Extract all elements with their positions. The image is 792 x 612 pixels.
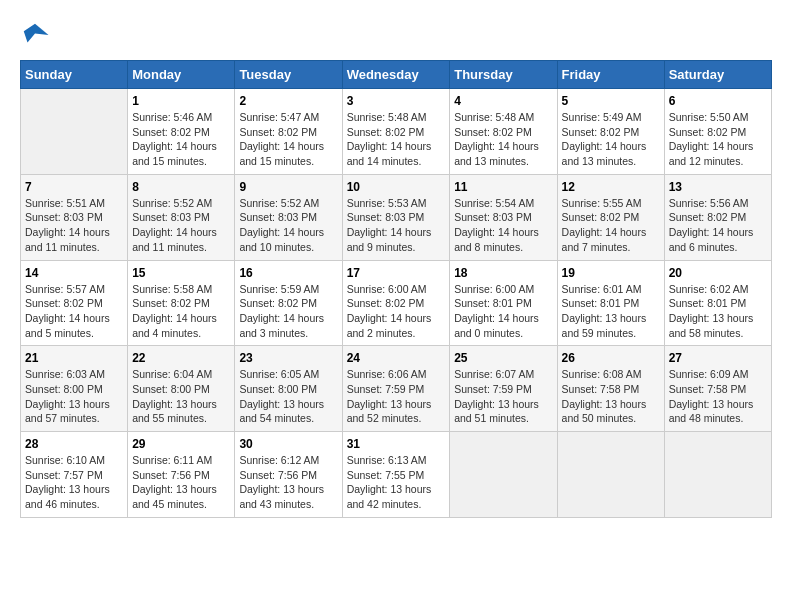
day-info: Sunrise: 5:55 AM Sunset: 8:02 PM Dayligh… [562,196,660,255]
day-number: 3 [347,94,446,108]
day-info: Sunrise: 6:07 AM Sunset: 7:59 PM Dayligh… [454,367,552,426]
week-row-0: 1Sunrise: 5:46 AM Sunset: 8:02 PM Daylig… [21,89,772,175]
week-row-4: 28Sunrise: 6:10 AM Sunset: 7:57 PM Dayli… [21,432,772,518]
day-number: 1 [132,94,230,108]
day-number: 26 [562,351,660,365]
header-cell-tuesday: Tuesday [235,61,342,89]
calendar-body: 1Sunrise: 5:46 AM Sunset: 8:02 PM Daylig… [21,89,772,518]
calendar-cell: 4Sunrise: 5:48 AM Sunset: 8:02 PM Daylig… [450,89,557,175]
calendar-cell: 20Sunrise: 6:02 AM Sunset: 8:01 PM Dayli… [664,260,771,346]
day-info: Sunrise: 6:03 AM Sunset: 8:00 PM Dayligh… [25,367,123,426]
day-number: 11 [454,180,552,194]
day-number: 30 [239,437,337,451]
day-number: 17 [347,266,446,280]
calendar-cell: 8Sunrise: 5:52 AM Sunset: 8:03 PM Daylig… [128,174,235,260]
header-cell-wednesday: Wednesday [342,61,450,89]
calendar-cell: 17Sunrise: 6:00 AM Sunset: 8:02 PM Dayli… [342,260,450,346]
day-info: Sunrise: 6:05 AM Sunset: 8:00 PM Dayligh… [239,367,337,426]
calendar-cell: 13Sunrise: 5:56 AM Sunset: 8:02 PM Dayli… [664,174,771,260]
day-number: 6 [669,94,767,108]
header-cell-sunday: Sunday [21,61,128,89]
day-info: Sunrise: 5:56 AM Sunset: 8:02 PM Dayligh… [669,196,767,255]
day-info: Sunrise: 6:11 AM Sunset: 7:56 PM Dayligh… [132,453,230,512]
day-number: 22 [132,351,230,365]
calendar-cell: 15Sunrise: 5:58 AM Sunset: 8:02 PM Dayli… [128,260,235,346]
logo-icon [20,20,50,50]
calendar-cell: 21Sunrise: 6:03 AM Sunset: 8:00 PM Dayli… [21,346,128,432]
page-header [20,20,772,50]
header-cell-saturday: Saturday [664,61,771,89]
day-info: Sunrise: 6:12 AM Sunset: 7:56 PM Dayligh… [239,453,337,512]
calendar-cell: 19Sunrise: 6:01 AM Sunset: 8:01 PM Dayli… [557,260,664,346]
calendar-cell: 9Sunrise: 5:52 AM Sunset: 8:03 PM Daylig… [235,174,342,260]
calendar-cell: 18Sunrise: 6:00 AM Sunset: 8:01 PM Dayli… [450,260,557,346]
day-info: Sunrise: 6:04 AM Sunset: 8:00 PM Dayligh… [132,367,230,426]
day-number: 5 [562,94,660,108]
day-info: Sunrise: 5:50 AM Sunset: 8:02 PM Dayligh… [669,110,767,169]
day-info: Sunrise: 6:10 AM Sunset: 7:57 PM Dayligh… [25,453,123,512]
day-number: 19 [562,266,660,280]
calendar-cell: 12Sunrise: 5:55 AM Sunset: 8:02 PM Dayli… [557,174,664,260]
day-number: 27 [669,351,767,365]
calendar-cell: 30Sunrise: 6:12 AM Sunset: 7:56 PM Dayli… [235,432,342,518]
calendar-cell: 28Sunrise: 6:10 AM Sunset: 7:57 PM Dayli… [21,432,128,518]
calendar-cell: 11Sunrise: 5:54 AM Sunset: 8:03 PM Dayli… [450,174,557,260]
calendar-cell: 27Sunrise: 6:09 AM Sunset: 7:58 PM Dayli… [664,346,771,432]
day-info: Sunrise: 6:00 AM Sunset: 8:02 PM Dayligh… [347,282,446,341]
day-info: Sunrise: 5:54 AM Sunset: 8:03 PM Dayligh… [454,196,552,255]
day-number: 18 [454,266,552,280]
day-number: 9 [239,180,337,194]
day-info: Sunrise: 6:13 AM Sunset: 7:55 PM Dayligh… [347,453,446,512]
week-row-2: 14Sunrise: 5:57 AM Sunset: 8:02 PM Dayli… [21,260,772,346]
day-number: 10 [347,180,446,194]
day-info: Sunrise: 6:01 AM Sunset: 8:01 PM Dayligh… [562,282,660,341]
day-number: 23 [239,351,337,365]
header-cell-monday: Monday [128,61,235,89]
calendar-cell: 22Sunrise: 6:04 AM Sunset: 8:00 PM Dayli… [128,346,235,432]
calendar-cell: 25Sunrise: 6:07 AM Sunset: 7:59 PM Dayli… [450,346,557,432]
calendar-cell: 16Sunrise: 5:59 AM Sunset: 8:02 PM Dayli… [235,260,342,346]
day-info: Sunrise: 5:47 AM Sunset: 8:02 PM Dayligh… [239,110,337,169]
day-info: Sunrise: 6:02 AM Sunset: 8:01 PM Dayligh… [669,282,767,341]
calendar-cell [557,432,664,518]
svg-marker-0 [24,24,49,43]
calendar-header: SundayMondayTuesdayWednesdayThursdayFrid… [21,61,772,89]
calendar-cell: 7Sunrise: 5:51 AM Sunset: 8:03 PM Daylig… [21,174,128,260]
day-info: Sunrise: 5:51 AM Sunset: 8:03 PM Dayligh… [25,196,123,255]
day-info: Sunrise: 5:52 AM Sunset: 8:03 PM Dayligh… [239,196,337,255]
day-number: 12 [562,180,660,194]
day-number: 8 [132,180,230,194]
day-info: Sunrise: 5:49 AM Sunset: 8:02 PM Dayligh… [562,110,660,169]
calendar-cell: 26Sunrise: 6:08 AM Sunset: 7:58 PM Dayli… [557,346,664,432]
day-info: Sunrise: 6:09 AM Sunset: 7:58 PM Dayligh… [669,367,767,426]
calendar-cell: 3Sunrise: 5:48 AM Sunset: 8:02 PM Daylig… [342,89,450,175]
calendar-cell [21,89,128,175]
day-number: 13 [669,180,767,194]
day-number: 24 [347,351,446,365]
day-number: 31 [347,437,446,451]
day-info: Sunrise: 5:48 AM Sunset: 8:02 PM Dayligh… [347,110,446,169]
day-number: 2 [239,94,337,108]
day-number: 20 [669,266,767,280]
header-row: SundayMondayTuesdayWednesdayThursdayFrid… [21,61,772,89]
calendar-cell [664,432,771,518]
day-number: 14 [25,266,123,280]
calendar-cell [450,432,557,518]
day-number: 29 [132,437,230,451]
calendar-cell: 2Sunrise: 5:47 AM Sunset: 8:02 PM Daylig… [235,89,342,175]
calendar-cell: 1Sunrise: 5:46 AM Sunset: 8:02 PM Daylig… [128,89,235,175]
day-number: 4 [454,94,552,108]
day-number: 15 [132,266,230,280]
calendar-cell: 14Sunrise: 5:57 AM Sunset: 8:02 PM Dayli… [21,260,128,346]
day-info: Sunrise: 6:08 AM Sunset: 7:58 PM Dayligh… [562,367,660,426]
calendar-cell: 5Sunrise: 5:49 AM Sunset: 8:02 PM Daylig… [557,89,664,175]
day-info: Sunrise: 6:00 AM Sunset: 8:01 PM Dayligh… [454,282,552,341]
calendar-cell: 6Sunrise: 5:50 AM Sunset: 8:02 PM Daylig… [664,89,771,175]
day-number: 16 [239,266,337,280]
calendar-cell: 23Sunrise: 6:05 AM Sunset: 8:00 PM Dayli… [235,346,342,432]
day-number: 28 [25,437,123,451]
day-number: 25 [454,351,552,365]
day-info: Sunrise: 5:58 AM Sunset: 8:02 PM Dayligh… [132,282,230,341]
header-cell-friday: Friday [557,61,664,89]
day-info: Sunrise: 5:48 AM Sunset: 8:02 PM Dayligh… [454,110,552,169]
